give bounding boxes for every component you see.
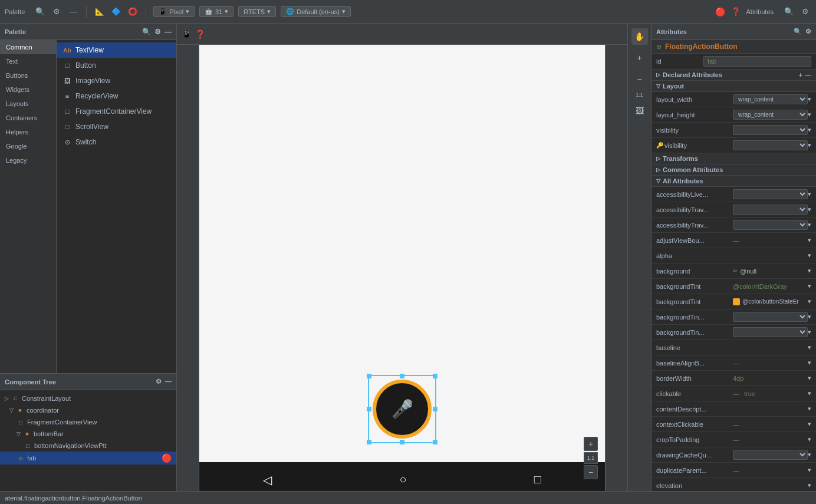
category-item-legacy[interactable]: Legacy [0,153,56,167]
attr-accessibilitytrav1-icon[interactable]: ▾ [808,206,811,213]
palette-item-switch[interactable]: ⊙ Switch [57,134,176,150]
palette-minimize-icon[interactable]: — [164,28,172,36]
attr-borderwidth-icon[interactable]: ▾ [808,374,811,382]
attr-id-input[interactable] [703,56,811,67]
attr-accessibilitylive-dropdown[interactable] [733,189,808,199]
category-item-layouts[interactable]: Layouts [0,97,56,111]
minimize-icon[interactable]: — [67,6,79,18]
attr-section-transforms[interactable]: ▷ Transforms [652,153,816,164]
button-icon: □ [62,61,72,70]
tree-item-bottombar[interactable]: ▽ ■ bottomBar [0,428,176,440]
attr-backgroundtin3-icon[interactable]: ▾ [808,313,811,321]
palette-settings-icon[interactable]: ⚙ [154,28,161,36]
api-selector[interactable]: 🤖 31 ▾ [199,6,233,17]
side-hand-icon[interactable]: ✋ [631,28,648,45]
zoom-out-button[interactable]: − [584,465,598,479]
attr-backgroundtint1-icon[interactable]: ▾ [808,282,811,290]
attr-elevation1-icon[interactable]: ▾ [808,482,811,489]
category-item-buttons[interactable]: Buttons [0,68,56,83]
zoom-in-button[interactable]: + [584,437,598,451]
attr-clickable-icon[interactable]: ▾ [808,390,811,397]
attr-gear-icon[interactable]: ⚙ [805,28,811,35]
palette-item-scrollview[interactable]: □ ScrollView [57,119,176,134]
attr-alpha-icon[interactable]: ▾ [808,252,811,259]
tree-item-bottomnavigationviewptt[interactable]: □ bottomNavigationViewPtt [0,440,176,452]
palette-item-imageview[interactable]: 🖼 ImageView [57,73,176,88]
search-icon[interactable]: 🔍 [34,6,46,18]
tree-settings-icon[interactable]: ⚙ [156,378,162,386]
attr-layout-width-dropdown[interactable]: wrap_content [733,94,808,104]
tree-item-constraintlayout[interactable]: ▷ C ConstraintLayout [0,393,176,404]
side-fit-icon[interactable]: 🖼 [631,103,648,119]
attr-visibility-2-icon[interactable]: ▾ [808,141,811,149]
attr-layout-height-dropdown[interactable]: wrap_content [733,110,808,120]
category-item-helpers[interactable]: Helpers [0,125,56,139]
attr-baselinealignb-icon[interactable]: ▾ [808,359,811,367]
category-item-containers[interactable]: Containers [0,111,56,125]
attr-backgroundtint2-icon[interactable]: ▾ [808,298,811,305]
attr-contentdescript-icon[interactable]: ▾ [808,405,811,413]
preview-icon[interactable]: ⭕ [127,6,139,18]
blueprint-icon[interactable]: 🔷 [110,6,122,18]
device-selector[interactable]: 📱 Pixel ▾ [153,6,195,17]
attr-accessibilitytrav2-icon[interactable]: ▾ [808,221,811,229]
palette-search-icon[interactable]: 🔍 [142,28,151,36]
category-item-google[interactable]: Google [0,139,56,153]
attr-section-layout[interactable]: ▽ Layout [652,81,816,92]
declared-minus-icon[interactable]: — [805,71,811,78]
category-item-text[interactable]: Text [0,54,56,68]
attr-section-declared[interactable]: ▷ Declared Attributes + — [652,70,816,81]
nav-recents-icon[interactable]: □ [534,473,541,486]
attr-settings-icon[interactable]: ⚙ [799,6,811,18]
design-mode-icon[interactable]: 📐 [94,6,106,18]
tree-item-fragmentcontainerview[interactable]: □ FragmentContainerView [0,416,176,428]
attr-baseline-icon[interactable]: ▾ [808,344,811,351]
palette-item-button[interactable]: □ Button [57,58,176,73]
attr-backgroundtin4-icon[interactable]: ▾ [808,328,811,336]
attr-search-icon[interactable]: 🔍 [783,6,795,18]
attr-adjustviewbou-icon[interactable]: ▾ [808,236,811,244]
build-selector[interactable]: RTETS ▾ [238,6,276,17]
nav-home-icon[interactable]: ○ [399,473,406,486]
canvas-help-icon[interactable]: ❓ [195,29,205,39]
tree-minimize-icon[interactable]: — [165,378,172,386]
palette-item-fragmentcontainerview[interactable]: □ FragmentContainerView [57,104,176,119]
fab-button[interactable]: 🎤 [373,380,432,439]
attr-row-clickable: clickable — true ▾ [652,386,816,401]
attr-backgroundtin4-dropdown[interactable] [733,327,808,337]
canvas-mode-icon[interactable]: 📱 [182,29,192,39]
expand-arrow: ▷ [5,396,9,401]
category-item-common[interactable]: Common [0,40,56,54]
attr-search-icon[interactable]: 🔍 [794,28,802,35]
tree-item-coordinator[interactable]: ▽ ■ coordinator [0,404,176,416]
attr-layout-width-icon[interactable]: ▾ [808,95,811,103]
attr-accessibilitylive-icon[interactable]: ▾ [808,190,811,198]
attr-visibility-2-dropdown[interactable] [733,140,808,150]
attr-visibility-1-icon[interactable]: ▾ [808,126,811,134]
attr-section-common[interactable]: ▷ Common Attributes [652,164,816,176]
nav-back-icon[interactable]: ◁ [263,473,272,487]
attr-drawingcachequ-icon[interactable]: ▾ [808,451,811,459]
attr-drawingcachequ-dropdown[interactable] [733,450,808,460]
side-minus-icon[interactable]: − [631,71,648,87]
attr-croptopadding-icon[interactable]: ▾ [808,436,811,443]
palette-item-textview[interactable]: Ab TextView [57,42,176,58]
palette-item-recyclerview[interactable]: ≡ RecyclerView [57,88,176,104]
attr-section-all[interactable]: ▽ All Attributes [652,176,816,187]
tree-item-fab[interactable]: ⊕ fab 🔴 [0,452,176,465]
declared-plus-icon[interactable]: + [799,71,802,78]
category-item-widgets[interactable]: Widgets [0,83,56,97]
side-plus-icon[interactable]: + [631,50,648,66]
attr-accessibilitytrav1-dropdown[interactable] [733,205,808,215]
attr-backgroundtin3-dropdown[interactable] [733,312,808,322]
attr-background-icon[interactable]: ▾ [808,267,811,275]
attr-background-edit-icon[interactable]: ✏ [733,268,738,274]
attr-accessibilitytrav2-dropdown[interactable] [733,220,808,230]
attr-visibility-1-dropdown[interactable] [733,125,808,135]
settings-icon[interactable]: ⚙ [51,6,62,18]
attr-layout-height-icon[interactable]: ▾ [808,111,811,118]
attr-duplicateparent-icon[interactable]: ▾ [808,466,811,474]
help-icon[interactable]: ❓ [730,6,742,18]
attr-contextclickable-icon[interactable]: ▾ [808,420,811,428]
locale-selector[interactable]: 🌐 Default (en-us) ▾ [281,6,351,17]
